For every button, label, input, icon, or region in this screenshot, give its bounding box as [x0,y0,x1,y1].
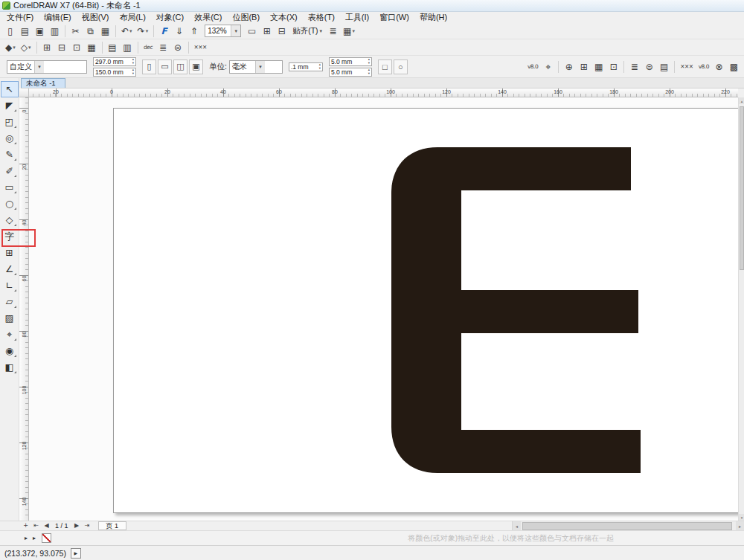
menu-effects[interactable]: 效果(C) [189,11,227,24]
propbar-v80-compat-button-2[interactable]: v8.0 [696,59,711,74]
zoom-level-combobox[interactable]: 132% ▾ [205,25,241,37]
document-page[interactable] [113,108,738,513]
toolbar2-icon-2[interactable]: ◇ [19,40,33,54]
propbar-icon-lines[interactable]: ≣ [627,59,641,74]
chevron-down-icon[interactable]: ▾ [34,61,44,73]
propbar-treat-as-filled-button[interactable]: □ [378,59,392,74]
menu-bitmaps[interactable]: 位图(B) [227,11,265,24]
menu-object[interactable]: 对象(C) [151,11,189,24]
toolbar2-icon-3[interactable]: ⊞ [40,40,54,54]
undo-button[interactable]: ↶ [119,24,135,38]
no-color-swatch[interactable] [42,533,51,543]
show-grid-button[interactable]: ⊟ [275,24,289,38]
redo-button[interactable]: ↷ [135,24,151,38]
propbar-icon-circle-small[interactable]: ○ [394,59,408,74]
propbar-icon-circle[interactable]: ⊗ [712,59,726,74]
copy-button[interactable]: ⧉ [83,24,97,38]
page-height-field[interactable]: 150.0 mm [93,68,136,77]
letter-E-shape[interactable] [391,147,641,473]
propbar-icon-xxx[interactable]: ✕✕✕ [678,59,695,74]
scroll-up-icon[interactable] [739,97,744,104]
stepper-icon[interactable] [132,58,134,65]
units-combobox[interactable]: 毫米 ▾ [229,60,283,74]
menu-edit[interactable]: 编辑(E) [39,11,77,24]
portrait-button[interactable]: ▯ [142,59,156,74]
landscape-button[interactable]: ▭ [158,59,172,74]
palette-flyout-button[interactable]: ▸ [22,535,30,541]
stepper-icon[interactable] [368,58,370,65]
drop-shadow-tool[interactable]: ▱ [1,294,19,310]
add-page-button[interactable]: + [21,521,31,530]
page-width-field[interactable]: 297.0 mm [93,57,136,66]
scroll-down-icon[interactable] [739,514,744,521]
page-size-preset-combobox[interactable]: 自定义 ▾ [7,60,87,74]
ruler-origin-corner[interactable] [19,88,29,97]
ellipse-tool[interactable]: ○ [1,196,19,212]
stepper-icon[interactable] [132,68,134,75]
cut-button[interactable]: ✂ [68,24,83,38]
toolbar2-icon-4[interactable]: ⊟ [55,40,69,54]
menu-text[interactable]: 文本(X) [265,11,303,24]
connector-tool[interactable]: ∟ [1,277,19,294]
toolbar2-icon-7[interactable]: ▤ [106,40,120,54]
propbar-icon-frame[interactable]: ⊡ [606,59,620,74]
title-bar[interactable]: CorelDRAW X7 (64-Bit) - 未命名 -1 [0,0,744,12]
application-launcher-button[interactable]: ▦ [341,24,357,38]
document-tab[interactable]: 未命名 -1 [21,78,65,88]
nudge-offset-field[interactable]: .1 mm [289,62,323,71]
stepper-icon[interactable] [319,63,321,70]
stepper-icon[interactable] [368,68,370,75]
propbar-icon-add[interactable]: ⊕ [562,59,576,74]
options-button[interactable]: ≣ [326,24,340,38]
export-button[interactable]: ⇑ [187,24,201,38]
show-rulers-button[interactable]: ⊞ [260,24,274,38]
menu-help[interactable]: 帮助(H) [414,11,452,24]
toolbar2-icon-5[interactable]: ⊡ [70,40,84,54]
menu-tools[interactable]: 工具(I) [340,11,374,24]
palette-scroll-button[interactable]: ▸ [31,535,38,541]
search-content-button[interactable]: F [157,24,171,38]
last-page-button[interactable]: ⇥ [83,521,92,530]
fullscreen-preview-button[interactable]: ▭ [245,24,259,38]
horizontal-scroll-thumb[interactable] [522,522,732,530]
propbar-icon-rows[interactable]: ▤ [657,59,671,74]
snap-to-dropdown[interactable]: 贴齐(T) ▾ [292,26,322,36]
zoom-tool[interactable]: ◎ [1,130,19,147]
table-tool[interactable]: ⊞ [1,245,19,261]
duplicate-x-field[interactable]: 5.0 mm [329,57,372,66]
propbar-icon-target[interactable]: ⌖ [541,59,555,74]
open-button[interactable]: ▤ [18,24,32,38]
crop-tool[interactable]: ◰ [1,114,19,130]
drawing-canvas[interactable] [29,97,738,521]
save-button[interactable]: ▣ [33,24,47,38]
propbar-icon-cells[interactable]: ▦ [591,59,606,74]
menu-file[interactable]: 文件(F) [1,11,39,24]
print-button[interactable]: ▥ [48,24,62,38]
paste-button[interactable]: ▦ [98,24,112,38]
horizontal-ruler[interactable]: 20020406080100120140160180200220 [29,88,738,97]
toolbar2-icon-9[interactable]: dec [141,40,155,54]
menu-layout[interactable]: 布局(L) [114,11,150,24]
status-expand-button[interactable]: ▶ [71,548,81,559]
transparency-tool[interactable]: ▨ [1,310,19,326]
letter-E-path[interactable] [391,147,641,473]
shape-tool[interactable]: ◤ [1,97,19,114]
vertical-scrollbar[interactable] [738,97,744,521]
toolbar2-icon-12[interactable]: ✕✕✕ [192,40,209,54]
vertical-ruler[interactable]: 020406080100120140 [19,97,29,521]
propbar-icon-ring[interactable]: ⊜ [642,59,656,74]
all-pages-button[interactable]: ◫ [173,59,187,74]
outline-pen-tool[interactable]: ◉ [1,343,19,359]
rectangle-tool[interactable]: ▭ [1,179,19,196]
freehand-tool[interactable]: ✎ [1,147,19,163]
toolbar2-icon-8[interactable]: ▥ [121,40,135,54]
artistic-media-tool[interactable]: ✐ [1,163,19,179]
menu-window[interactable]: 窗口(W) [374,11,414,24]
first-page-button[interactable]: ⇤ [31,521,41,530]
propbar-icon-grid[interactable]: ⊞ [577,59,591,74]
toolbar2-icon-6[interactable]: ▦ [85,40,99,54]
chevron-down-icon[interactable]: ▾ [231,25,240,36]
import-button[interactable]: ⇓ [172,24,186,38]
propbar-v80-compat-button[interactable]: v8.0 [525,59,540,74]
chevron-down-icon[interactable]: ▾ [255,61,265,73]
